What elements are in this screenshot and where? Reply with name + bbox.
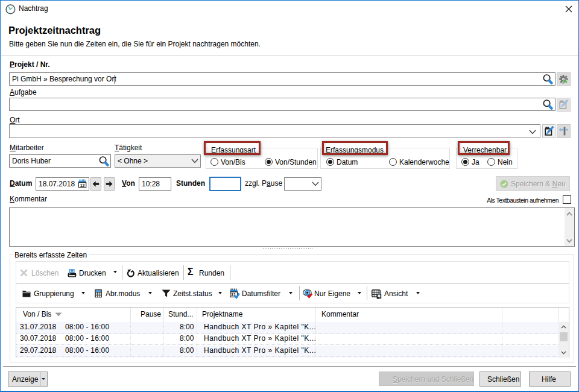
svg-text:12: 12 — [80, 183, 85, 188]
